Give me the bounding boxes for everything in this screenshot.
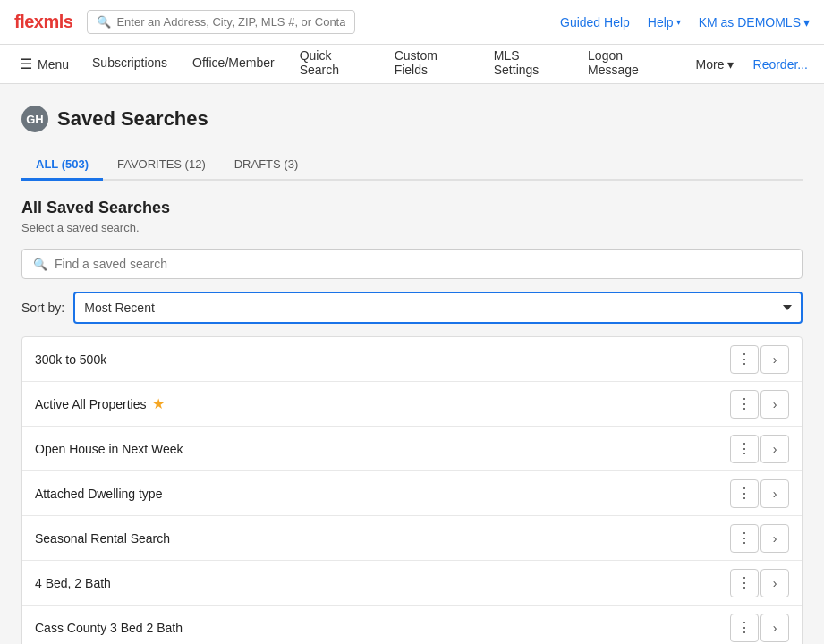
nav-label-subscriptions: Subscriptions [92,55,167,70]
list-item-name: Cass County 3 Bed 2 Bath [35,621,723,635]
item-more-button[interactable]: ⋮ [730,345,759,374]
item-actions: ⋮ › [730,614,789,642]
item-more-button[interactable]: ⋮ [730,390,759,419]
list-item-label: Open House in Next Week [35,442,183,456]
nav-label-office-member: Office/Member [192,55,275,70]
user-label: KM as DEMOMLS [699,15,801,30]
tab-all-label: ALL (503) [36,157,89,171]
nav-label-logon-message: Logon Message [588,48,671,77]
item-actions: ⋮ › [730,435,789,463]
nav-label-mls-settings: MLS Settings [494,48,563,77]
list-item: Active All Properties ★ ⋮ › [22,382,802,427]
list-item-name: Attached Dwelling type [35,487,723,501]
list-item-name: 300k to 500k [35,352,723,367]
item-more-button[interactable]: ⋮ [730,479,759,508]
nav-reorder-button[interactable]: Reorder... [746,57,815,72]
logo: flexmls [14,12,72,32]
list-item: 4 Bed, 2 Bath ⋮ › [22,561,802,606]
item-actions: ⋮ › [730,569,789,597]
tab-favorites-label: FAVORITES (12) [117,157,206,171]
item-open-button[interactable]: › [760,569,789,597]
main-content: GH Saved Searches ALL (503) FAVORITES (1… [0,84,824,644]
item-actions: ⋮ › [730,390,789,419]
saved-searches-list: 300k to 500k ⋮ › Active All Properties ★… [21,336,803,644]
tabs-bar: ALL (503) FAVORITES (12) DRAFTS (3) [21,150,803,181]
help-link[interactable]: Help ▾ [648,15,681,30]
item-more-button[interactable]: ⋮ [730,524,759,553]
item-actions: ⋮ › [730,345,789,374]
item-open-button[interactable]: › [760,479,789,508]
user-caret-icon: ▾ [803,15,810,30]
page-header: GH Saved Searches [21,106,803,132]
nav-label-custom-fields: Custom Fields [395,48,469,77]
nav-item-logon-message[interactable]: Logon Message [575,45,684,84]
nav-item-quick-search[interactable]: Quick Search [287,45,382,84]
item-open-button[interactable]: › [760,390,789,419]
list-item-label: Seasonal Rental Search [35,531,170,546]
list-item: Open House in Next Week ⋮ › [22,427,802,471]
find-search-input[interactable] [55,257,791,271]
tab-favorites[interactable]: FAVORITES (12) [103,150,220,181]
item-more-button[interactable]: ⋮ [730,435,759,463]
list-item-name: 4 Bed, 2 Bath [35,576,723,590]
find-search-icon: 🔍 [33,258,47,271]
favorite-star-icon: ★ [152,395,165,412]
list-item-name: Open House in Next Week [35,442,723,456]
menu-label: Menu [38,57,69,72]
hamburger-icon: ☰ [20,55,32,72]
menu-button[interactable]: ☰ Menu [9,45,80,84]
nav-label-quick-search: Quick Search [300,48,370,77]
global-search-bar[interactable]: 🔍 [87,10,355,34]
sort-label: Sort by: [21,301,64,315]
help-label: Help [648,15,674,30]
help-caret-icon: ▾ [676,17,681,27]
search-icon: 🔍 [97,15,111,29]
item-more-button[interactable]: ⋮ [730,614,759,642]
guided-help-link[interactable]: Guided Help [560,15,630,30]
find-search-bar[interactable]: 🔍 [21,249,803,279]
section-subtitle: Select a saved search. [21,221,803,234]
main-nav: ☰ Menu Subscriptions Office/Member Quick… [0,45,824,84]
nav-item-subscriptions[interactable]: Subscriptions [80,45,180,84]
page-title: Saved Searches [57,107,208,131]
list-item-label: Attached Dwelling type [35,487,162,501]
item-more-button[interactable]: ⋮ [730,569,759,597]
item-actions: ⋮ › [730,479,789,508]
item-actions: ⋮ › [730,524,789,553]
item-open-button[interactable]: › [760,524,789,553]
topbar: flexmls 🔍 Guided Help Help ▾ KM as DEMOM… [0,0,824,45]
list-item-label: 300k to 500k [35,352,106,367]
user-menu[interactable]: KM as DEMOMLS ▾ [699,15,810,30]
list-item-label: Active All Properties [35,397,147,411]
nav-more-button[interactable]: More ▾ [684,45,746,84]
list-item: 300k to 500k ⋮ › [22,337,802,382]
topbar-links: Guided Help Help ▾ KM as DEMOMLS ▾ [560,15,810,30]
page-icon-text: GH [26,113,44,126]
sort-row: Sort by: Most Recent Name A-Z Name Z-A [21,292,803,324]
nav-item-mls-settings[interactable]: MLS Settings [481,45,575,84]
sort-select[interactable]: Most Recent Name A-Z Name Z-A [73,292,803,324]
item-open-button[interactable]: › [760,435,789,463]
item-open-button[interactable]: › [760,614,789,642]
nav-more-label: More [696,57,725,72]
tab-drafts-label: DRAFTS (3) [234,157,299,171]
list-item-name: Active All Properties ★ [35,395,723,412]
list-item-name: Seasonal Rental Search [35,531,723,546]
nav-item-custom-fields[interactable]: Custom Fields [382,45,481,84]
section-title: All Saved Searches [21,199,803,217]
nav-more-caret-icon: ▾ [727,57,734,72]
item-open-button[interactable]: › [760,345,789,374]
page-icon: GH [21,106,48,132]
nav-item-office-member[interactable]: Office/Member [180,45,287,84]
tab-drafts[interactable]: DRAFTS (3) [220,150,313,181]
global-search-input[interactable] [116,15,345,29]
logo-text: flexmls [14,12,72,31]
list-item: Attached Dwelling type ⋮ › [22,471,802,516]
list-item: Cass County 3 Bed 2 Bath ⋮ › [22,606,802,644]
list-item-label: Cass County 3 Bed 2 Bath [35,621,183,635]
list-item-label: 4 Bed, 2 Bath [35,576,111,590]
list-item: Seasonal Rental Search ⋮ › [22,516,802,561]
tab-all[interactable]: ALL (503) [21,150,103,181]
